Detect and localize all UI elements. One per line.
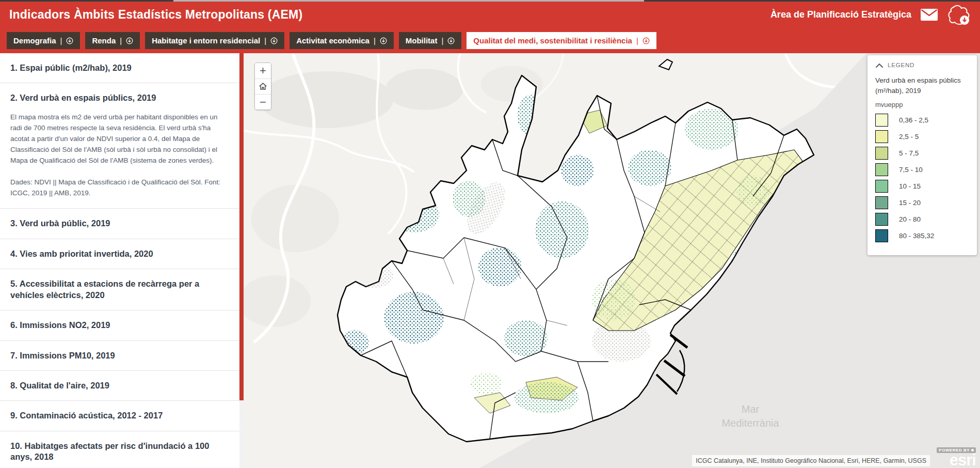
legend-class-label: 5 - 7,5 bbox=[899, 149, 919, 157]
legend-swatch bbox=[875, 229, 888, 242]
nav-tab-label: Qualitat del medi, sostenibilitat i resi… bbox=[473, 36, 632, 45]
circle-down-arrow-icon bbox=[270, 37, 278, 44]
circle-down-arrow-icon bbox=[126, 37, 133, 44]
legend-swatch bbox=[875, 114, 888, 127]
legend-class-row: 0,36 - 2,5 bbox=[875, 114, 969, 127]
indicator-title: 3. Verd urbà públic, 2019 bbox=[10, 218, 229, 229]
legend-class-label: 0,36 - 2,5 bbox=[899, 116, 928, 124]
indicator-title: 4. Vies amb prioritat invertida, 2020 bbox=[10, 248, 229, 259]
map-zoom-control: + − bbox=[254, 63, 271, 110]
nav-tab-separator: | bbox=[264, 36, 266, 45]
indicator-item-1[interactable]: 1. Espai públic (m2/hab), 2019 bbox=[0, 53, 239, 83]
legend-class-label: 7,5 - 10 bbox=[899, 166, 923, 174]
legend-class-row: 15 - 20 bbox=[875, 196, 969, 209]
legend-swatch bbox=[875, 163, 888, 176]
esri-wordmark: esri bbox=[931, 453, 976, 468]
indicator-title: 1. Espai públic (m2/hab), 2019 bbox=[10, 63, 229, 73]
nav-tab-label: Demografia bbox=[13, 36, 56, 45]
legend-swatch bbox=[875, 196, 888, 209]
legend-class-row: 7,5 - 10 bbox=[875, 163, 969, 176]
legend-class-row: 80 - 385,32 bbox=[875, 229, 969, 242]
legend-class-label: 10 - 15 bbox=[899, 182, 921, 190]
legend-layer-title: Verd urbà en espais públics (m²/hab), 20… bbox=[875, 75, 969, 96]
indicator-item-2[interactable]: 2. Verd urbà en espais públics, 2019El m… bbox=[0, 83, 239, 209]
indicator-title: 6. Immissions NO2, 2019 bbox=[10, 320, 229, 331]
indicator-source: Dades: NDVI || Mapa de Classificació i d… bbox=[10, 177, 229, 199]
circle-down-arrow-icon bbox=[380, 37, 387, 44]
legend-class-row: 5 - 7,5 bbox=[875, 147, 969, 160]
indicator-sidebar: 1. Espai públic (m2/hab), 20192. Verd ur… bbox=[0, 53, 244, 468]
legend-class-label: 20 - 80 bbox=[899, 215, 921, 223]
nav-tab-label: Mobilitat bbox=[406, 36, 438, 45]
indicator-item-6[interactable]: 6. Immissions NO2, 2019 bbox=[0, 310, 239, 340]
legend-class-row: 2,5 - 5 bbox=[875, 130, 969, 143]
zoom-out-button[interactable]: − bbox=[255, 94, 271, 110]
legend-field-name: mvueppp bbox=[875, 101, 969, 108]
page-title: Indicadors Àmbits Estadístics Metropolit… bbox=[9, 8, 302, 22]
indicator-title: 2. Verd urbà en espais públics, 2019 bbox=[10, 92, 229, 103]
nav-tab-separator: | bbox=[120, 36, 122, 45]
legend-class-row: 10 - 15 bbox=[875, 180, 969, 193]
indicator-item-7[interactable]: 7. Immissions PM10, 2019 bbox=[0, 341, 239, 371]
indicator-item-3[interactable]: 3. Verd urbà públic, 2019 bbox=[0, 209, 239, 239]
nav-tab-label: Renda bbox=[92, 36, 116, 45]
nav-tab-4[interactable]: Mobilitat| bbox=[399, 32, 462, 49]
nav-tab-label: Habitatge i entorn residencial bbox=[152, 36, 260, 45]
indicator-item-4[interactable]: 4. Vies amb prioritat invertida, 2020 bbox=[0, 239, 239, 269]
circle-down-arrow-icon bbox=[642, 37, 650, 44]
indicator-title: 9. Contaminació acústica, 2012 - 2017 bbox=[10, 410, 229, 421]
nav-tab-label: Activitat econòmica bbox=[296, 36, 369, 45]
nav-tab-separator: | bbox=[60, 36, 62, 45]
home-icon bbox=[258, 82, 268, 91]
zoom-in-button[interactable]: + bbox=[255, 63, 271, 79]
indicator-title: 10. Habitatges afectats per risc d'inund… bbox=[10, 441, 229, 463]
legend-swatch bbox=[875, 147, 888, 160]
sidebar-scrollbar[interactable] bbox=[239, 53, 244, 468]
indicator-category-tabs: Demografia|Renda|Habitatge i entorn resi… bbox=[0, 28, 980, 53]
nav-tab-3[interactable]: Activitat econòmica| bbox=[290, 32, 394, 49]
home-button[interactable] bbox=[255, 79, 271, 94]
legend-class-label: 80 - 385,32 bbox=[899, 232, 934, 240]
indicator-item-10[interactable]: 10. Habitatges afectats per risc d'inund… bbox=[0, 431, 239, 468]
chevron-up-icon[interactable] bbox=[875, 63, 883, 68]
legend-class-label: 15 - 20 bbox=[899, 199, 921, 207]
amb-territory-download-icon[interactable] bbox=[947, 4, 971, 26]
sidebar-scrollbar-thumb[interactable] bbox=[239, 53, 244, 400]
indicator-description: El mapa mostra els m2 de verd urbà per h… bbox=[10, 112, 229, 166]
map-container: Mar Mediterrània + − bbox=[244, 53, 980, 468]
indicator-item-5[interactable]: 5. Accessibilitat a estacions de recàrre… bbox=[0, 269, 239, 310]
esri-logo[interactable]: POWERED BY esri bbox=[931, 444, 976, 468]
legend-header-label: LEGEND bbox=[888, 62, 914, 68]
indicator-item-9[interactable]: 9. Contaminació acústica, 2012 - 2017 bbox=[0, 401, 239, 431]
mail-icon[interactable] bbox=[921, 9, 938, 21]
legend-panel: LEGEND Verd urbà en espais públics (m²/h… bbox=[867, 55, 977, 255]
circle-down-arrow-icon bbox=[447, 37, 455, 44]
nav-tab-0[interactable]: Demografia| bbox=[7, 32, 80, 49]
indicator-title: 5. Accessibilitat a estacions de recàrre… bbox=[10, 278, 229, 301]
nav-tab-separator: | bbox=[441, 36, 443, 45]
nav-tab-5[interactable]: Qualitat del medi, sostenibilitat i resi… bbox=[467, 32, 656, 49]
circle-down-arrow-icon bbox=[66, 37, 73, 44]
indicator-title: 7. Immissions PM10, 2019 bbox=[10, 350, 229, 361]
legend-class-row: 20 - 80 bbox=[875, 213, 969, 226]
indicator-item-8[interactable]: 8. Qualitat de l'aire, 2019 bbox=[0, 371, 239, 401]
nav-tab-separator: | bbox=[374, 36, 376, 45]
legend-swatch bbox=[875, 213, 888, 226]
map-attribution: ICGC Catalunya, INE, Instituto Geográfic… bbox=[692, 455, 930, 466]
indicator-title: 8. Qualitat de l'aire, 2019 bbox=[10, 380, 229, 391]
app-header: Indicadors Àmbits Estadístics Metropolit… bbox=[0, 2, 980, 28]
nav-tab-1[interactable]: Renda| bbox=[85, 32, 140, 49]
legend-swatch bbox=[875, 180, 888, 193]
organization-label: Àrea de Planificació Estratègica bbox=[770, 9, 911, 20]
legend-classes: 0,36 - 2,52,5 - 55 - 7,57,5 - 1010 - 151… bbox=[875, 114, 969, 242]
legend-swatch bbox=[875, 130, 888, 143]
legend-class-label: 2,5 - 5 bbox=[899, 133, 919, 141]
nav-tab-2[interactable]: Habitatge i entorn residencial| bbox=[145, 32, 284, 49]
indicator-list: 1. Espai públic (m2/hab), 20192. Verd ur… bbox=[0, 53, 239, 468]
nav-tab-separator: | bbox=[636, 36, 638, 45]
